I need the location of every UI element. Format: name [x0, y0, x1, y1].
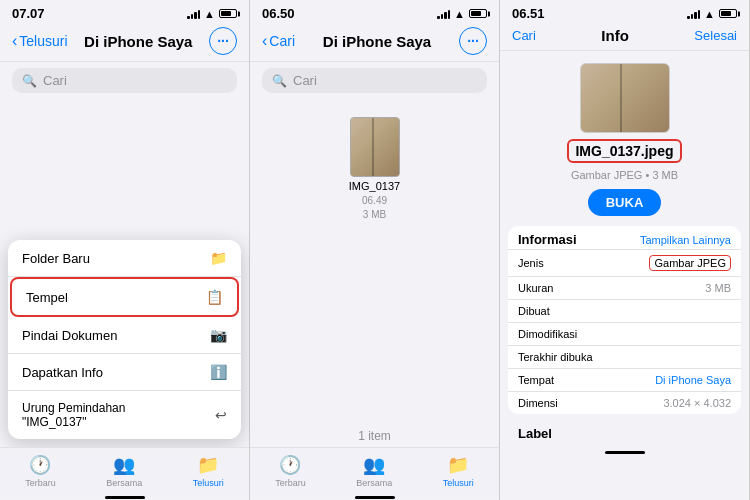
search-bar-1: 🔍 Cari: [0, 62, 249, 99]
info-section-title-3: Informasi: [518, 232, 577, 247]
more-button-2[interactable]: ···: [459, 27, 487, 55]
nav-title-1: Di iPhone Saya: [68, 33, 209, 50]
folder-new-icon: 📁: [210, 250, 227, 266]
home-indicator-3: [605, 451, 645, 454]
browse-icon-2: 📁: [447, 454, 469, 476]
tab-browse-label-1: Telusuri: [193, 478, 224, 488]
tab-shared-1[interactable]: 👥 Bersama: [106, 454, 142, 488]
file-date-2: 06.49: [362, 195, 387, 206]
search-input-1[interactable]: 🔍 Cari: [12, 68, 237, 93]
recent-icon-2: 🕐: [279, 454, 301, 476]
empty-space-1: [0, 99, 249, 232]
panel-1: 07.07 ▲ ‹ Telusuri Di iPhone Saya ··· 🔍 …: [0, 0, 250, 500]
info-label: Dapatkan Info: [22, 365, 103, 380]
info-value-location[interactable]: Di iPhone Saya: [655, 374, 731, 386]
battery-icon-2: [469, 9, 487, 18]
status-bar-2: 06.50 ▲: [250, 0, 499, 23]
scan-label: Pindai Dokumen: [22, 328, 117, 343]
filename-3: IMG_0137.jpeg: [567, 139, 681, 163]
status-icons-3: ▲: [687, 8, 737, 20]
file-thumb-inner-2: [351, 118, 399, 176]
context-menu-item-folder[interactable]: Folder Baru 📁: [8, 240, 241, 277]
nav-bar-2: ‹ Cari Di iPhone Saya ···: [250, 23, 499, 62]
back-button-3[interactable]: Cari: [512, 28, 536, 43]
undo-label: Urung Pemindahan"IMG_0137": [22, 401, 125, 429]
search-placeholder-2: Cari: [293, 73, 317, 88]
tab-browse-2[interactable]: 📁 Telusuri: [443, 454, 474, 488]
info-row-last-opened: Terakhir dibuka: [508, 345, 741, 368]
paste-icon: 📋: [206, 289, 223, 305]
tab-browse-1[interactable]: 📁 Telusuri: [193, 454, 224, 488]
status-bar-1: 07.07 ▲: [0, 0, 249, 23]
undo-icon: ↩: [215, 407, 227, 423]
search-icon-2: 🔍: [272, 74, 287, 88]
info-label-created: Dibuat: [518, 305, 550, 317]
more-button-1[interactable]: ···: [209, 27, 237, 55]
status-time-3: 06.51: [512, 6, 545, 21]
done-button-3[interactable]: Selesai: [694, 28, 737, 43]
back-label-1: Telusuri: [19, 33, 67, 49]
battery-icon-1: [219, 9, 237, 18]
shared-icon-2: 👥: [363, 454, 385, 476]
search-input-2[interactable]: 🔍 Cari: [262, 68, 487, 93]
context-menu-item-scan[interactable]: Pindai Dokumen 📷: [8, 317, 241, 354]
show-more-link-3[interactable]: Tampilkan Lainnya: [640, 234, 731, 246]
chevron-left-icon-2: ‹: [262, 33, 267, 49]
panel-3: 06.51 ▲ Cari Info Selesai IMG_0137.jpeg …: [500, 0, 750, 500]
home-indicator-1: [105, 496, 145, 499]
info-row-size: Ukuran 3 MB: [508, 276, 741, 299]
battery-icon-3: [719, 9, 737, 18]
info-section-header-3: Informasi Tampilkan Lainnya: [508, 226, 741, 249]
status-time-1: 07.07: [12, 6, 45, 21]
tab-bar-1: 🕐 Terbaru 👥 Bersama 📁 Telusuri: [0, 447, 249, 496]
wifi-icon-3: ▲: [704, 8, 715, 20]
item-count-2: 1 item: [250, 425, 499, 447]
file-item-2[interactable]: IMG_0137 06.49 3 MB: [260, 109, 489, 228]
folder-new-label: Folder Baru: [22, 251, 90, 266]
back-label-2: Cari: [269, 33, 295, 49]
label-section-3: Label: [500, 420, 749, 451]
info-row-type: Jenis Gambar JPEG: [508, 249, 741, 276]
label-title-3: Label: [510, 426, 739, 441]
info-row-dimensions: Dimensi 3.024 × 4.032: [508, 391, 741, 414]
info-label-type: Jenis: [518, 257, 544, 269]
paste-label: Tempel: [26, 290, 68, 305]
tab-recent-label-2: Terbaru: [275, 478, 306, 488]
nav-bar-1: ‹ Telusuri Di iPhone Saya ···: [0, 23, 249, 62]
tab-shared-2[interactable]: 👥 Bersama: [356, 454, 392, 488]
info-section-3: Informasi Tampilkan Lainnya Jenis Gambar…: [508, 226, 741, 414]
context-menu-item-paste[interactable]: Tempel 📋: [10, 277, 239, 317]
home-indicator-2: [355, 496, 395, 499]
info-row-location: Tempat Di iPhone Saya: [508, 368, 741, 391]
back-button-1[interactable]: ‹ Telusuri: [12, 33, 68, 49]
context-menu-item-undo[interactable]: Urung Pemindahan"IMG_0137" ↩: [8, 391, 241, 439]
content-area-2: IMG_0137 06.49 3 MB: [250, 99, 499, 425]
shared-icon-1: 👥: [113, 454, 135, 476]
info-title-3: Info: [536, 27, 695, 44]
back-button-2[interactable]: ‹ Cari: [262, 33, 295, 49]
info-value-size: 3 MB: [705, 282, 731, 294]
wifi-icon-1: ▲: [204, 8, 215, 20]
scan-icon: 📷: [210, 327, 227, 343]
tab-recent-1[interactable]: 🕐 Terbaru: [25, 454, 56, 488]
signal-icon-3: [687, 9, 700, 19]
tab-recent-2[interactable]: 🕐 Terbaru: [275, 454, 306, 488]
info-row-created: Dibuat: [508, 299, 741, 322]
info-value-dimensions: 3.024 × 4.032: [663, 397, 731, 409]
browse-icon-1: 📁: [197, 454, 219, 476]
file-full-size-3: Gambar JPEG • 3 MB: [500, 169, 749, 181]
status-bar-3: 06.51 ▲: [500, 0, 749, 23]
chevron-left-icon-1: ‹: [12, 33, 17, 49]
info-label-dimensions: Dimensi: [518, 397, 558, 409]
bottom-indicator-2: [250, 496, 499, 500]
tab-shared-label-2: Bersama: [356, 478, 392, 488]
status-icons-2: ▲: [437, 8, 487, 20]
open-btn-wrap-3: BUKA: [500, 189, 749, 226]
search-placeholder-1: Cari: [43, 73, 67, 88]
panel-2: 06.50 ▲ ‹ Cari Di iPhone Saya ··· 🔍 Cari: [250, 0, 500, 500]
open-button-3[interactable]: BUKA: [588, 189, 662, 216]
context-menu-item-info[interactable]: Dapatkan Info ℹ️: [8, 354, 241, 391]
tab-shared-label-1: Bersama: [106, 478, 142, 488]
file-size-2: 3 MB: [363, 209, 386, 220]
info-label-location: Tempat: [518, 374, 554, 386]
